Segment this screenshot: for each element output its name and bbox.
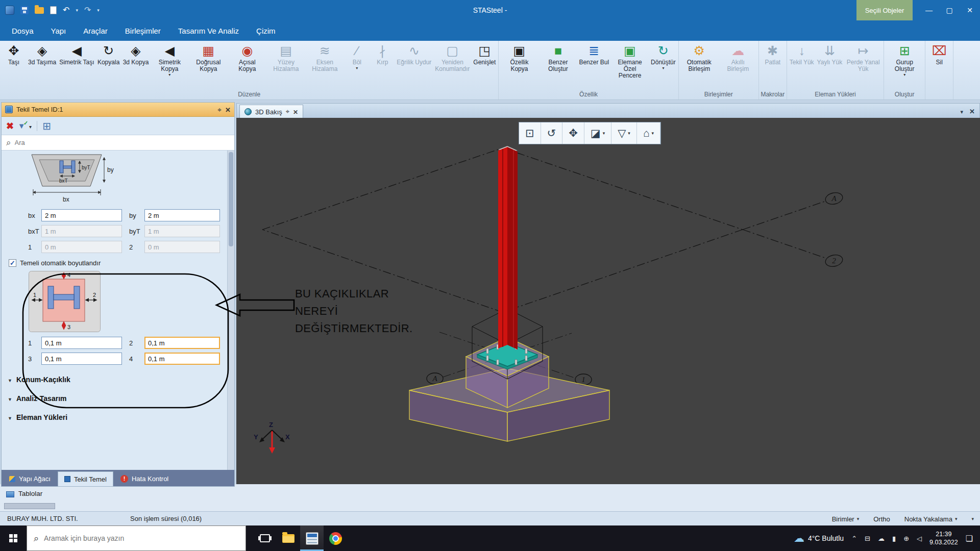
menu-item[interactable]: Birleşimler [116, 20, 169, 41]
offset-2-input[interactable] [144, 241, 220, 253]
panel-scrollbar[interactable] [227, 151, 234, 470]
pin-icon[interactable] [286, 108, 289, 116]
tray-icon[interactable]: ⊟ [865, 535, 870, 542]
restore-button[interactable] [939, 0, 960, 20]
status-menu-item[interactable]: Birimler [832, 515, 860, 523]
pin-icon[interactable] [217, 105, 222, 114]
tab-list-caret-icon[interactable] [961, 107, 964, 116]
view-tool-button[interactable]: ↺ [541, 122, 563, 144]
ribbon-button[interactable]: ↦ Perde Yanal Yük [844, 42, 883, 72]
ribbon-button[interactable]: ◳ Genişlet [472, 42, 497, 66]
tables-label[interactable]: Tablolar [18, 490, 42, 497]
menu-item[interactable]: Çizim [248, 20, 284, 41]
ribbon-button[interactable]: ⊞ Gurup Oluştur [885, 42, 924, 77]
undo-dropdown-icon[interactable]: ▾ [76, 8, 78, 13]
edge-offset-4-input[interactable] [144, 353, 220, 365]
task-view-button[interactable] [253, 525, 277, 551]
tray-icon[interactable]: ⌃ [851, 535, 857, 542]
steel-column[interactable] [498, 146, 518, 349]
by-input[interactable] [144, 209, 220, 221]
minimize-button[interactable] [919, 0, 939, 20]
ribbon-button[interactable]: ◉ Açısal Kopya [228, 42, 266, 72]
tab-tekil-temel[interactable]: Tekil Temel [58, 471, 113, 486]
ribbon-button[interactable]: ≋ Eksen Hizalama [305, 42, 344, 72]
menu-item[interactable]: Yapı [42, 20, 75, 41]
filter-dropdown-icon[interactable] [29, 121, 32, 131]
ribbon-button[interactable]: ▤ Yüzey Hizalama [266, 42, 305, 72]
view-tool-button[interactable]: ✥ [562, 122, 584, 144]
viewport-canvas[interactable]: A 2 A 1 [236, 118, 980, 484]
toolbar-options-icon[interactable]: ▾ [97, 8, 100, 13]
tray-icon[interactable]: ☁ [878, 535, 885, 542]
offset-1-input[interactable] [41, 241, 122, 253]
view-tool-button[interactable]: ▽ [611, 122, 637, 144]
bxT-input[interactable] [41, 225, 122, 237]
status-menu-item[interactable]: Nokta Yakalama [904, 515, 958, 523]
taskbar-search[interactable] [27, 525, 246, 551]
ribbon-button[interactable]: ⌧ Sil [926, 42, 952, 66]
ribbon-button[interactable]: ☁ Akıllı Birleşim [719, 42, 757, 72]
byT-input[interactable] [144, 225, 220, 237]
taskbar-search-input[interactable] [44, 534, 239, 542]
close-icon[interactable] [293, 108, 298, 116]
ribbon-button[interactable]: ≣ Benzer Bul [577, 42, 610, 66]
collapsible-section-header[interactable]: Eleman Yükleri [8, 413, 234, 421]
ribbon-button[interactable]: ✥ Taşı [1, 42, 27, 66]
edge-offset-3-input[interactable] [41, 353, 122, 365]
tray-icon[interactable]: ▮ [892, 535, 896, 542]
checkbox[interactable]: ✓ [9, 259, 16, 267]
tab-3d-view[interactable]: 3D Bakış [239, 105, 303, 118]
ribbon-button[interactable]: ↓ Tekil Yük [788, 42, 816, 66]
ribbon-button[interactable]: ◈ 3d Kopya [121, 42, 151, 66]
ribbon-button[interactable]: ▢ Yeniden Konumlandır [433, 42, 472, 72]
close-button[interactable] [960, 0, 980, 20]
ribbon-button[interactable]: ■ Benzer Oluştur [538, 42, 577, 72]
ribbon-button[interactable]: ◀ Simetrik Kopya [150, 42, 189, 77]
close-icon[interactable] [225, 105, 231, 114]
weather-widget[interactable]: ☁ 4°C Bulutlu [794, 532, 844, 544]
notification-center-icon[interactable]: ❏ [966, 534, 973, 543]
tray-icon[interactable]: ⊕ [903, 535, 909, 542]
menu-item[interactable]: Araçlar [75, 20, 116, 41]
tray-icon[interactable]: ◁ [917, 535, 922, 542]
collapsible-section-header[interactable]: Analiz-Tasarım [8, 394, 234, 403]
panel-header[interactable]: Tekil Temel ID:1 [2, 103, 234, 117]
ribbon-button[interactable]: ◈ 3d Taşıma [27, 42, 58, 66]
tab-yapi-agaci[interactable]: Yapı Ağacı [3, 471, 57, 486]
close-icon[interactable] [969, 107, 975, 116]
collapsed-panel-bar[interactable] [4, 503, 55, 509]
ribbon-button[interactable]: ✱ Patlat [760, 42, 786, 66]
new-document-icon[interactable] [50, 6, 57, 14]
tab-hata-kontrol[interactable]: Hata Kontrol [114, 471, 175, 486]
bx-input[interactable] [41, 209, 122, 221]
edge-offset-1-input[interactable] [41, 337, 122, 349]
chrome-button[interactable] [324, 525, 347, 551]
panel-search-input[interactable] [15, 139, 230, 146]
save-icon[interactable] [20, 6, 29, 14]
view-tool-button[interactable]: ⊡ [519, 122, 541, 144]
ribbon-button[interactable]: ∤ Kırp [370, 42, 395, 66]
undo-icon[interactable]: ↶ [63, 6, 69, 14]
ribbon-button[interactable]: ◀ Simetrik Taşı [58, 42, 95, 66]
ribbon-button[interactable]: ⚙ Otomatik Birleşim [680, 42, 719, 72]
redo-icon[interactable]: ↷ [84, 6, 91, 14]
ribbon-button[interactable]: ↻ Dönüştür [649, 42, 677, 70]
start-button[interactable] [0, 525, 27, 551]
menu-item[interactable]: Dosya [3, 20, 42, 41]
stasteel-app-button[interactable] [300, 525, 324, 551]
new-window-icon[interactable] [42, 120, 51, 132]
status-menu-item[interactable]: Ortho [873, 515, 890, 523]
view-tool-button[interactable]: ◪ [584, 122, 611, 144]
ribbon-button[interactable]: ▣ Elemane Özel Pencere [610, 42, 649, 79]
edge-offset-2-input[interactable] [144, 337, 220, 349]
filter-check-icon[interactable] [16, 121, 27, 131]
clock[interactable]: 21:39 9.03.2022 [929, 530, 958, 547]
collapsible-section-header[interactable]: Konum-Kaçıklık [8, 375, 234, 384]
menu-item[interactable]: Tasarım Ve Analiz [169, 20, 248, 41]
ribbon-button[interactable]: ▣ Özellik Kopya [500, 42, 538, 72]
delete-button[interactable] [6, 120, 14, 132]
ribbon-button[interactable]: ∕ Böl [344, 42, 370, 70]
selected-objects-tab[interactable]: Seçili Objeler [856, 0, 913, 20]
scrollbar-thumb[interactable] [229, 152, 233, 246]
view-tool-button[interactable]: ⌂ [637, 122, 660, 144]
